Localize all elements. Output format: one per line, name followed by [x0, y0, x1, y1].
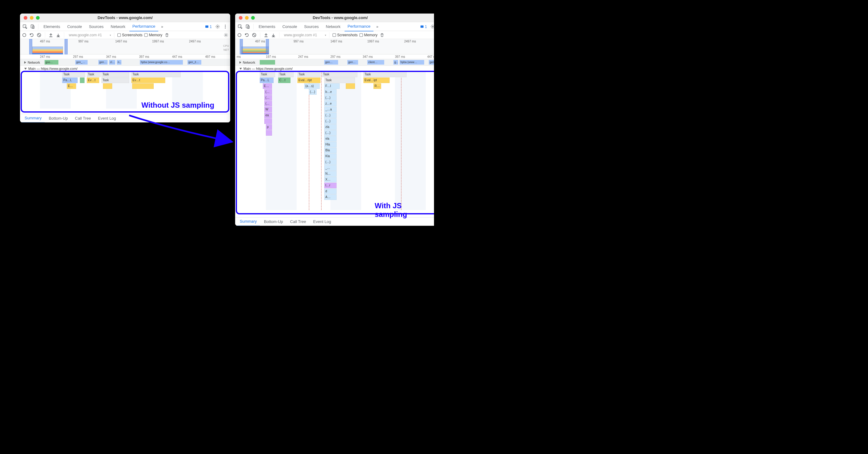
tab-console[interactable]: Console: [64, 22, 85, 31]
collect-garbage-icon[interactable]: [164, 32, 170, 38]
tab-elements[interactable]: Elements: [40, 22, 63, 31]
flame-chart-entry[interactable]: E…: [263, 83, 272, 89]
flame-chart-entry[interactable]: Task: [131, 72, 181, 77]
flame-chart-entry[interactable]: zla: [324, 124, 337, 130]
settings-icon[interactable]: [214, 23, 221, 30]
network-request-bar[interactable]: g…: [394, 60, 398, 65]
download-button[interactable]: [271, 32, 276, 38]
flame-chart-entry[interactable]: Pa…L: [62, 78, 78, 83]
tab-call-tree[interactable]: Call Tree: [287, 218, 309, 226]
tab-network[interactable]: Network: [107, 22, 128, 31]
network-request-bar[interactable]: n…: [117, 60, 121, 65]
more-tabs-icon[interactable]: »: [374, 24, 380, 29]
tab-bottom-up[interactable]: Bottom-Up: [46, 114, 71, 123]
recording-select[interactable]: www.google.com #1: [67, 32, 108, 38]
flame-chart-entry[interactable]: Eval…ipt: [364, 78, 390, 83]
network-request-bar[interactable]: hpba (www.google.co…: [140, 60, 183, 65]
flame-chart-entry[interactable]: Task: [322, 72, 358, 77]
network-request-bar[interactable]: gen_2…: [187, 60, 201, 65]
screenshots-checkbox[interactable]: Screenshots: [117, 33, 143, 37]
timeline-overview[interactable]: 497 ms 997 ms 1497 ms 1997 ms 2497 ms CP…: [20, 39, 230, 54]
network-request-bar[interactable]: gen…: [429, 60, 434, 65]
settings-icon[interactable]: [429, 23, 434, 30]
tab-performance[interactable]: Performance: [129, 22, 158, 31]
flame-chart-entry[interactable]: [80, 78, 85, 83]
flame-chart-entry[interactable]: d: [324, 189, 337, 194]
flame-chart-entry[interactable]: [266, 130, 272, 136]
inspect-icon[interactable]: [22, 23, 28, 30]
flame-chart-entry[interactable]: (…): [324, 159, 337, 165]
collect-garbage-icon[interactable]: [379, 32, 385, 38]
upload-button[interactable]: [48, 32, 54, 38]
clear-button[interactable]: [251, 32, 257, 38]
network-request-bar[interactable]: gen…: [98, 60, 107, 65]
flame-chart-entry[interactable]: (…): [324, 113, 337, 118]
flame-chart-entry[interactable]: F…l: [324, 83, 340, 89]
issues-badge[interactable]: 1: [203, 24, 213, 29]
viewport-handle-left[interactable]: [240, 39, 243, 54]
flame-chart-entry[interactable]: p: [266, 124, 272, 130]
flame-chart-entry[interactable]: Task: [87, 72, 101, 77]
record-button[interactable]: [237, 32, 242, 38]
flame-chart-entry[interactable]: Task: [298, 72, 320, 77]
upload-button[interactable]: [264, 32, 269, 38]
flame-chart-entry[interactable]: X…: [324, 177, 337, 182]
flame-chart-entry[interactable]: [103, 83, 112, 89]
viewport-handle-left[interactable]: [29, 39, 32, 54]
flame-chart-entry[interactable]: _…a: [324, 107, 337, 112]
network-track[interactable]: Network gen…gen…client…g…hpba (www…gen…: [235, 59, 434, 66]
timeline-overview[interactable]: 497 ms 997 ms 1497 ms 1997 ms 2497 ms CP…: [235, 39, 434, 54]
tab-summary[interactable]: Summary: [22, 114, 45, 122]
reload-button[interactable]: [29, 32, 34, 38]
flame-chart-entry[interactable]: z…e: [324, 101, 337, 107]
reload-button[interactable]: [244, 32, 250, 38]
memory-checkbox[interactable]: Memory: [145, 33, 162, 37]
network-request-bar[interactable]: gen…: [347, 60, 358, 65]
tab-event-log[interactable]: Event Log: [310, 218, 334, 226]
network-request-bar[interactable]: cl…: [109, 60, 115, 65]
flame-chart-entry[interactable]: Task: [101, 72, 129, 77]
network-request-bar[interactable]: gen_…: [75, 60, 88, 65]
tab-bottom-up[interactable]: Bottom-Up: [261, 218, 286, 226]
more-menu-icon[interactable]: [222, 23, 229, 30]
flame-chart-entry[interactable]: A…: [324, 194, 337, 200]
flame-chart-entry[interactable]: (…): [309, 89, 317, 95]
record-button[interactable]: [22, 32, 27, 38]
network-request-bar[interactable]: hpba (www…: [400, 60, 424, 65]
tab-call-tree[interactable]: Call Tree: [72, 114, 94, 123]
flame-chart-entry[interactable]: Eval…ript: [298, 78, 320, 83]
flame-chart-entry[interactable]: (…): [324, 95, 337, 101]
flame-chart-entry[interactable]: ea: [264, 113, 272, 118]
tab-sources[interactable]: Sources: [86, 22, 107, 31]
flame-chart-entry[interactable]: Hla: [324, 142, 337, 147]
inspect-icon[interactable]: [237, 23, 243, 30]
flame-chart-entry[interactable]: (…): [324, 118, 337, 124]
flame-chart-entry[interactable]: W: [264, 107, 272, 112]
minimize-icon[interactable]: [30, 16, 33, 20]
screenshots-checkbox[interactable]: Screenshots: [333, 33, 358, 37]
recording-select[interactable]: www.google.com #1: [282, 32, 323, 38]
tab-elements[interactable]: Elements: [256, 22, 278, 31]
flame-chart-entry[interactable]: C…t: [278, 78, 290, 83]
tab-sources[interactable]: Sources: [301, 22, 322, 31]
flame-chart-entry[interactable]: Ev…t: [131, 78, 165, 83]
tab-performance[interactable]: Performance: [345, 22, 373, 31]
flame-chart-entry[interactable]: (…: [264, 95, 272, 101]
tab-network[interactable]: Network: [323, 22, 344, 31]
maximize-icon[interactable]: [251, 16, 255, 20]
flame-chart-entry[interactable]: _…: [324, 165, 337, 171]
close-icon[interactable]: [24, 16, 27, 20]
flame-chart-entry[interactable]: (…): [324, 130, 337, 136]
device-icon[interactable]: [244, 23, 251, 30]
download-button[interactable]: [56, 32, 61, 38]
flame-chart-entry[interactable]: Kla: [324, 153, 337, 159]
flame-chart-entry[interactable]: [264, 118, 272, 124]
flame-chart-entry[interactable]: E…: [67, 83, 76, 89]
clear-button[interactable]: [36, 32, 42, 38]
memory-checkbox[interactable]: Memory: [360, 33, 377, 37]
tab-summary[interactable]: Summary: [237, 217, 260, 226]
flame-chart-entry[interactable]: b…e: [324, 89, 337, 95]
flame-chart-entry[interactable]: N…: [324, 171, 337, 176]
flame-chart-entry[interactable]: Ev…t: [87, 78, 99, 83]
viewport-handle-right[interactable]: [65, 39, 68, 54]
